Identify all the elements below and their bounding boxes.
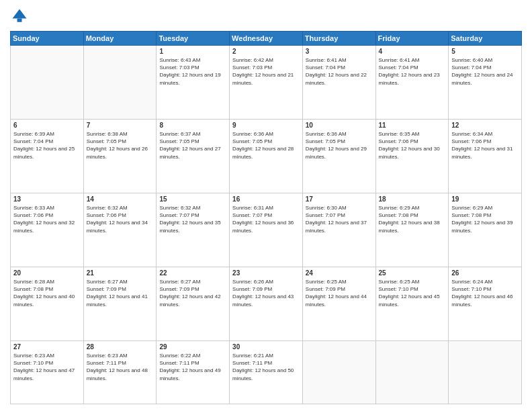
calendar-day-cell: 14Sunrise: 6:32 AM Sunset: 7:06 PM Dayli… [83, 193, 157, 267]
day-info: Sunrise: 6:31 AM Sunset: 7:07 PM Dayligh… [232, 204, 300, 234]
calendar-day-cell: 26Sunrise: 6:24 AM Sunset: 7:10 PM Dayli… [449, 267, 522, 341]
day-of-week-header: Tuesday [157, 32, 230, 46]
calendar-week-row: 20Sunrise: 6:28 AM Sunset: 7:08 PM Dayli… [11, 267, 522, 341]
day-number: 5 [451, 48, 519, 55]
day-number: 6 [13, 122, 81, 129]
header [10, 7, 522, 26]
day-info: Sunrise: 6:26 AM Sunset: 7:09 PM Dayligh… [232, 278, 300, 308]
calendar-day-cell: 12Sunrise: 6:34 AM Sunset: 7:06 PM Dayli… [449, 120, 522, 193]
day-number: 2 [232, 48, 300, 55]
calendar-day-cell: 5Sunrise: 6:40 AM Sunset: 7:04 PM Daylig… [449, 46, 522, 120]
day-number: 26 [451, 269, 519, 277]
calendar-day-cell [449, 341, 522, 404]
calendar-day-cell [83, 46, 157, 120]
page: SundayMondayTuesdayWednesdayThursdayFrid… [0, 0, 532, 411]
day-info: Sunrise: 6:40 AM Sunset: 7:04 PM Dayligh… [451, 56, 519, 87]
day-number: 22 [159, 269, 226, 277]
day-of-week-header: Thursday [302, 32, 375, 46]
day-info: Sunrise: 6:32 AM Sunset: 7:06 PM Dayligh… [87, 204, 154, 234]
day-number: 10 [306, 122, 373, 129]
day-number: 21 [87, 269, 154, 277]
calendar-day-cell: 21Sunrise: 6:27 AM Sunset: 7:09 PM Dayli… [83, 267, 157, 341]
calendar-header-row: SundayMondayTuesdayWednesdayThursdayFrid… [11, 32, 522, 46]
svg-marker-0 [13, 9, 27, 19]
calendar-day-cell [302, 341, 375, 404]
day-number: 29 [159, 343, 226, 351]
calendar-day-cell: 22Sunrise: 6:27 AM Sunset: 7:09 PM Dayli… [157, 267, 230, 341]
calendar-day-cell: 24Sunrise: 6:25 AM Sunset: 7:09 PM Dayli… [302, 267, 375, 341]
day-info: Sunrise: 6:25 AM Sunset: 7:09 PM Dayligh… [306, 278, 373, 308]
day-of-week-header: Friday [375, 32, 449, 46]
day-number: 18 [379, 195, 446, 203]
day-info: Sunrise: 6:39 AM Sunset: 7:04 PM Dayligh… [13, 130, 81, 161]
calendar-week-row: 6Sunrise: 6:39 AM Sunset: 7:04 PM Daylig… [11, 120, 522, 193]
day-info: Sunrise: 6:41 AM Sunset: 7:04 PM Dayligh… [379, 56, 446, 87]
day-number: 3 [306, 48, 373, 55]
day-info: Sunrise: 6:32 AM Sunset: 7:07 PM Dayligh… [159, 204, 226, 234]
calendar-day-cell: 17Sunrise: 6:30 AM Sunset: 7:07 PM Dayli… [302, 193, 375, 267]
day-number: 15 [159, 195, 226, 203]
calendar-week-row: 13Sunrise: 6:33 AM Sunset: 7:06 PM Dayli… [11, 193, 522, 267]
day-number: 11 [379, 122, 446, 129]
day-info: Sunrise: 6:37 AM Sunset: 7:05 PM Dayligh… [159, 130, 226, 161]
day-info: Sunrise: 6:36 AM Sunset: 7:05 PM Dayligh… [306, 130, 373, 161]
day-of-week-header: Wednesday [230, 32, 303, 46]
day-info: Sunrise: 6:41 AM Sunset: 7:04 PM Dayligh… [306, 56, 373, 87]
day-info: Sunrise: 6:36 AM Sunset: 7:05 PM Dayligh… [232, 130, 300, 161]
calendar-day-cell [375, 341, 449, 404]
day-info: Sunrise: 6:35 AM Sunset: 7:06 PM Dayligh… [379, 130, 446, 161]
day-info: Sunrise: 6:25 AM Sunset: 7:10 PM Dayligh… [379, 278, 446, 308]
calendar-day-cell: 7Sunrise: 6:38 AM Sunset: 7:05 PM Daylig… [83, 120, 157, 193]
day-info: Sunrise: 6:24 AM Sunset: 7:10 PM Dayligh… [451, 278, 519, 308]
day-info: Sunrise: 6:21 AM Sunset: 7:11 PM Dayligh… [232, 352, 300, 382]
day-info: Sunrise: 6:23 AM Sunset: 7:10 PM Dayligh… [13, 352, 81, 382]
calendar-day-cell: 2Sunrise: 6:42 AM Sunset: 7:03 PM Daylig… [230, 46, 303, 120]
day-of-week-header: Sunday [11, 32, 84, 46]
day-info: Sunrise: 6:29 AM Sunset: 7:08 PM Dayligh… [451, 204, 519, 234]
day-of-week-header: Monday [83, 32, 157, 46]
calendar-day-cell: 29Sunrise: 6:22 AM Sunset: 7:11 PM Dayli… [157, 341, 230, 404]
day-number: 9 [232, 122, 300, 129]
calendar-day-cell: 18Sunrise: 6:29 AM Sunset: 7:08 PM Dayli… [375, 193, 449, 267]
day-info: Sunrise: 6:27 AM Sunset: 7:09 PM Dayligh… [159, 278, 226, 308]
day-info: Sunrise: 6:28 AM Sunset: 7:08 PM Dayligh… [13, 278, 81, 308]
calendar-day-cell: 10Sunrise: 6:36 AM Sunset: 7:05 PM Dayli… [302, 120, 375, 193]
day-number: 17 [306, 195, 373, 203]
day-number: 4 [379, 48, 446, 55]
day-number: 24 [306, 269, 373, 277]
logo-icon [10, 7, 29, 26]
day-number: 16 [232, 195, 300, 203]
day-number: 28 [87, 343, 154, 351]
day-info: Sunrise: 6:27 AM Sunset: 7:09 PM Dayligh… [87, 278, 154, 308]
calendar-day-cell: 11Sunrise: 6:35 AM Sunset: 7:06 PM Dayli… [375, 120, 449, 193]
calendar-day-cell: 25Sunrise: 6:25 AM Sunset: 7:10 PM Dayli… [375, 267, 449, 341]
day-number: 8 [159, 122, 226, 129]
calendar-day-cell: 6Sunrise: 6:39 AM Sunset: 7:04 PM Daylig… [11, 120, 84, 193]
calendar-week-row: 27Sunrise: 6:23 AM Sunset: 7:10 PM Dayli… [11, 341, 522, 404]
day-info: Sunrise: 6:42 AM Sunset: 7:03 PM Dayligh… [232, 56, 300, 87]
calendar-day-cell: 9Sunrise: 6:36 AM Sunset: 7:05 PM Daylig… [230, 120, 303, 193]
calendar-day-cell [11, 46, 84, 120]
day-info: Sunrise: 6:38 AM Sunset: 7:05 PM Dayligh… [87, 130, 154, 161]
day-info: Sunrise: 6:34 AM Sunset: 7:06 PM Dayligh… [451, 130, 519, 161]
day-number: 30 [232, 343, 300, 351]
svg-rect-1 [17, 19, 22, 22]
calendar-day-cell: 23Sunrise: 6:26 AM Sunset: 7:09 PM Dayli… [230, 267, 303, 341]
day-info: Sunrise: 6:30 AM Sunset: 7:07 PM Dayligh… [306, 204, 373, 234]
calendar-day-cell: 4Sunrise: 6:41 AM Sunset: 7:04 PM Daylig… [375, 46, 449, 120]
day-number: 20 [13, 269, 81, 277]
calendar-day-cell: 30Sunrise: 6:21 AM Sunset: 7:11 PM Dayli… [230, 341, 303, 404]
calendar-day-cell: 27Sunrise: 6:23 AM Sunset: 7:10 PM Dayli… [11, 341, 84, 404]
day-of-week-header: Saturday [449, 32, 522, 46]
calendar-day-cell: 20Sunrise: 6:28 AM Sunset: 7:08 PM Dayli… [11, 267, 84, 341]
calendar-day-cell: 13Sunrise: 6:33 AM Sunset: 7:06 PM Dayli… [11, 193, 84, 267]
day-info: Sunrise: 6:23 AM Sunset: 7:11 PM Dayligh… [87, 352, 154, 382]
day-number: 27 [13, 343, 81, 351]
day-info: Sunrise: 6:22 AM Sunset: 7:11 PM Dayligh… [159, 352, 226, 382]
logo [10, 7, 32, 26]
calendar-day-cell: 1Sunrise: 6:43 AM Sunset: 7:03 PM Daylig… [157, 46, 230, 120]
day-info: Sunrise: 6:29 AM Sunset: 7:08 PM Dayligh… [379, 204, 446, 234]
day-number: 12 [451, 122, 519, 129]
calendar-table: SundayMondayTuesdayWednesdayThursdayFrid… [10, 31, 522, 404]
day-number: 13 [13, 195, 81, 203]
